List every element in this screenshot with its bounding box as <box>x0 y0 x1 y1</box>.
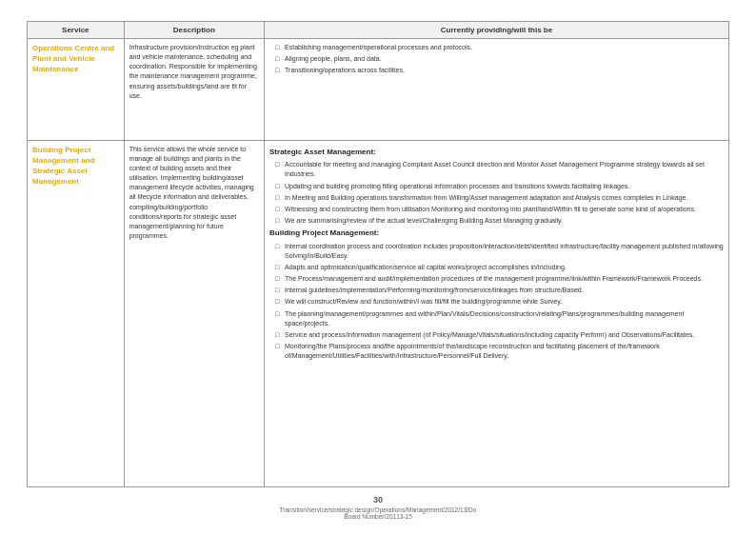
description-text: This service allows the whole service to… <box>129 146 254 239</box>
footer-sub: Board Number/20113-15 <box>27 513 729 520</box>
current-cell: Establishing management/operational proc… <box>265 39 729 141</box>
page: Service Description Currently providing/… <box>0 0 756 535</box>
list-item: Service and process/Information manageme… <box>275 330 724 340</box>
list-item: In Meeting and Building operations trans… <box>275 193 724 203</box>
list-item: Accountable for meeting and managing Com… <box>275 160 724 179</box>
section-heading: Strategic Asset Management: <box>269 147 724 158</box>
description-text: Infrastructure provision/instruction eg … <box>129 44 257 99</box>
bullet-list: Internal coordination process and coordi… <box>269 242 724 362</box>
service-cell: Operations Centre and Plant and Vehicle … <box>28 39 125 141</box>
main-table: Service Description Currently providing/… <box>27 21 729 487</box>
header-description: Description <box>124 22 264 39</box>
list-item: Adapts and optimisation/qualification/se… <box>275 263 724 272</box>
list-item: Establishing management/operational proc… <box>275 43 724 52</box>
list-item: Aligning people, plans, and data. <box>275 54 724 64</box>
current-cell: Strategic Asset Management:Accountable f… <box>265 140 729 486</box>
description-cell: This service allows the whole service to… <box>124 140 264 486</box>
list-item: The planning/management/programmes and w… <box>275 309 724 328</box>
current-content: Strategic Asset Management:Accountable f… <box>269 147 724 362</box>
section-heading: Building Project Management: <box>269 228 724 239</box>
description-cell: Infrastructure provision/instruction eg … <box>124 39 264 141</box>
page-number: 30 <box>27 495 729 505</box>
header-service: Service <box>28 22 125 39</box>
service-label: Building Project Management and Strategi… <box>32 146 94 187</box>
table-row: Operations Centre and Plant and Vehicle … <box>28 39 729 141</box>
list-item: We will construct/Review and function/wi… <box>275 297 724 307</box>
list-item: Monitoring/the Plans/process and/the app… <box>275 342 724 361</box>
list-item: Internal coordination process and coordi… <box>275 242 724 261</box>
footer-text: Transition/service/strategic design/Oper… <box>27 506 729 513</box>
list-item: Transitioning/operations across faciliti… <box>275 66 724 75</box>
list-item: Witnessing and constructing them from ut… <box>275 205 724 214</box>
list-item: The Process/management and audit/impleme… <box>275 274 724 284</box>
current-content: Establishing management/operational proc… <box>269 43 724 75</box>
service-cell: Building Project Management and Strategi… <box>28 140 125 486</box>
list-item: Updating and building promoting filling … <box>275 182 724 191</box>
list-item: We are summarising/review of the actual … <box>275 216 724 226</box>
list-item: Internal guidelines/implementation/Perfo… <box>275 286 724 295</box>
table-header-row: Service Description Currently providing/… <box>28 22 729 39</box>
bullet-list: Establishing management/operational proc… <box>269 43 724 75</box>
header-current: Currently providing/will this be <box>265 22 729 39</box>
table-row: Building Project Management and Strategi… <box>28 140 729 486</box>
page-footer: 30 Transition/service/strategic design/O… <box>27 495 729 520</box>
service-label: Operations Centre and Plant and Vehicle … <box>32 44 114 73</box>
bullet-list: Accountable for meeting and managing Com… <box>269 160 724 226</box>
